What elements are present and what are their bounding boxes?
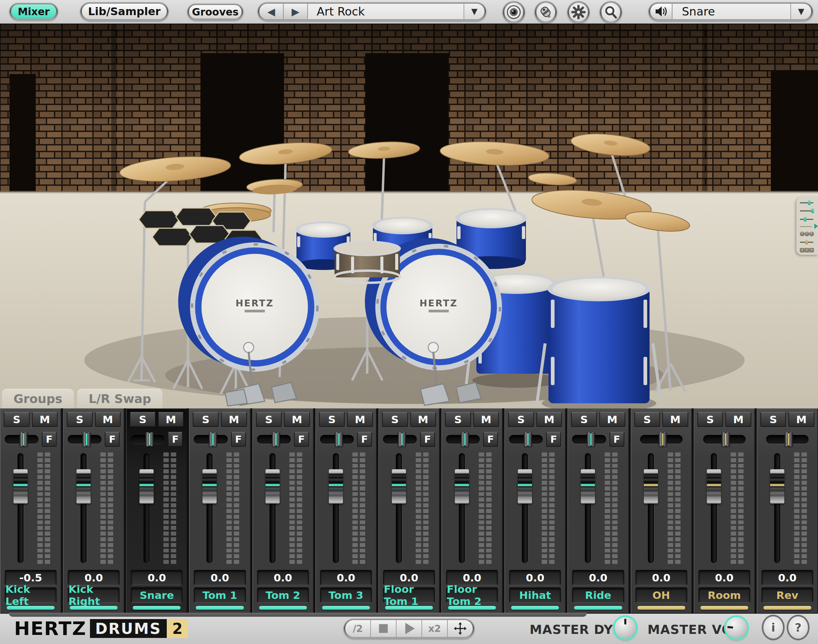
fx-button[interactable]: F: [231, 432, 246, 447]
channel-label[interactable]: Kick Left: [5, 587, 57, 603]
pan-slider[interactable]: [640, 435, 683, 444]
pan-slider[interactable]: [257, 435, 291, 444]
solo-button[interactable]: S: [193, 412, 219, 427]
solo-button[interactable]: S: [4, 412, 30, 427]
pan-slider[interactable]: [572, 435, 606, 444]
mute-button[interactable]: M: [95, 412, 121, 427]
tab-groups[interactable]: Groups: [2, 389, 74, 408]
channel-label[interactable]: Kick Right: [68, 587, 120, 603]
flyout-slider-4[interactable]: [800, 240, 815, 244]
channel-label[interactable]: Rev: [761, 587, 813, 603]
flyout-knobs[interactable]: [800, 232, 815, 236]
solo-button[interactable]: S: [760, 412, 786, 427]
solo-button[interactable]: S: [445, 412, 471, 427]
fx-button[interactable]: F: [546, 432, 561, 447]
solo-button[interactable]: S: [571, 412, 597, 427]
fx-button[interactable]: F: [357, 432, 372, 447]
fx-button[interactable]: F: [294, 432, 309, 447]
fx-button[interactable]: F: [609, 432, 624, 447]
pan-slider[interactable]: [68, 435, 101, 444]
pan-handle[interactable]: [209, 432, 217, 446]
pan-slider[interactable]: [194, 435, 228, 444]
pan-handle[interactable]: [587, 432, 595, 446]
volume-fader[interactable]: [581, 469, 595, 504]
solo-button[interactable]: S: [319, 412, 345, 427]
mute-button[interactable]: M: [411, 412, 436, 427]
mute-button[interactable]: M: [599, 412, 625, 427]
volume-fader[interactable]: [329, 469, 343, 504]
pan-handle[interactable]: [398, 432, 406, 446]
volume-fader[interactable]: [518, 469, 532, 504]
mute-button[interactable]: M: [537, 412, 562, 427]
mute-button[interactable]: M: [725, 412, 751, 427]
tab-grooves[interactable]: Grooves: [189, 5, 241, 18]
pan-handle[interactable]: [722, 432, 730, 446]
pan-slider[interactable]: [383, 435, 417, 444]
pan-slider[interactable]: [446, 435, 480, 444]
channel-label[interactable]: Hihat: [509, 587, 561, 603]
preset-next-button[interactable]: ▶: [284, 4, 308, 19]
instrument-dropdown[interactable]: Snare: [672, 4, 790, 19]
pan-slider[interactable]: [509, 435, 543, 444]
snare-drum[interactable]: [334, 241, 401, 283]
audition-button[interactable]: [650, 4, 672, 19]
solo-button[interactable]: S: [67, 412, 93, 427]
channel-label[interactable]: Tom 3: [320, 587, 372, 603]
pan-handle[interactable]: [659, 432, 667, 446]
volume-fader[interactable]: [77, 469, 91, 504]
channel-label[interactable]: Floor Tom 2: [446, 587, 498, 603]
pan-handle[interactable]: [83, 432, 91, 446]
channel-label[interactable]: Room: [698, 587, 750, 603]
channel-label[interactable]: OH: [635, 587, 687, 603]
fx-button[interactable]: F: [105, 432, 120, 447]
tab-lib-sampler[interactable]: Lib/Sampler: [82, 4, 167, 19]
mute-button[interactable]: M: [158, 412, 184, 427]
solo-button[interactable]: S: [508, 412, 534, 427]
volume-fader[interactable]: [266, 469, 280, 504]
pan-slider[interactable]: [5, 435, 38, 444]
settings-button[interactable]: [567, 1, 590, 23]
preset-dropdown[interactable]: Art Rock: [308, 4, 464, 19]
kit-settings-flyout[interactable]: [796, 197, 818, 255]
play-button[interactable]: [397, 620, 422, 637]
pan-handle[interactable]: [461, 432, 469, 446]
flyout-slider-3[interactable]: [800, 217, 815, 221]
fx-button[interactable]: F: [168, 432, 183, 447]
mute-button[interactable]: M: [662, 412, 688, 427]
floor-tom-2-drum[interactable]: [537, 276, 661, 408]
solo-button[interactable]: S: [130, 412, 156, 427]
mute-button[interactable]: M: [221, 412, 247, 427]
channel-label[interactable]: Tom 2: [257, 587, 309, 603]
solo-button[interactable]: S: [634, 412, 660, 427]
fx-button[interactable]: F: [420, 432, 435, 447]
pan-handle[interactable]: [785, 432, 793, 446]
volume-fader[interactable]: [203, 469, 217, 504]
pan-slider[interactable]: [131, 435, 165, 444]
channel-label[interactable]: Floor Tom 1: [383, 587, 435, 603]
volume-fader[interactable]: [455, 469, 469, 504]
tempo-half-button[interactable]: /2: [345, 620, 371, 637]
preset-prev-button[interactable]: ◀: [260, 4, 284, 19]
solo-button[interactable]: S: [256, 412, 282, 427]
channel-label[interactable]: Ride: [572, 587, 624, 603]
pan-handle[interactable]: [146, 432, 154, 446]
volume-fader[interactable]: [644, 469, 658, 504]
flyout-slider-1[interactable]: [800, 200, 815, 205]
volume-fader[interactable]: [770, 469, 784, 504]
fx-button[interactable]: F: [42, 432, 57, 447]
channel-label[interactable]: Snare: [131, 587, 183, 603]
drag-midi-button[interactable]: [448, 620, 473, 637]
tab-mixer[interactable]: Mixer: [11, 5, 56, 18]
pan-slider[interactable]: [320, 435, 354, 444]
solo-button[interactable]: S: [382, 412, 408, 427]
info-button[interactable]: i: [763, 616, 783, 639]
master-dyn-knob[interactable]: [615, 617, 636, 639]
stop-button[interactable]: [371, 620, 397, 637]
mic-settings-button[interactable]: [535, 1, 557, 23]
tempo-double-button[interactable]: x2: [422, 620, 448, 637]
flyout-expand-arrow[interactable]: [814, 224, 818, 229]
tab-lr-swap[interactable]: L/R Swap: [77, 389, 163, 408]
pan-slider[interactable]: [766, 435, 809, 444]
mute-button[interactable]: M: [32, 412, 58, 427]
instrument-caret[interactable]: ▼: [790, 4, 811, 19]
